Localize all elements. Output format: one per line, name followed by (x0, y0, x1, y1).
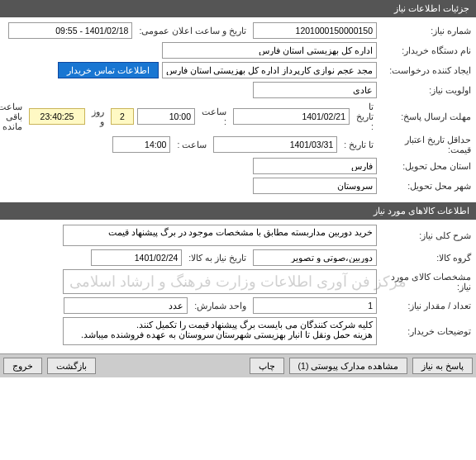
label-deliver-prov: استان محل تحویل: (380, 161, 471, 171)
label-desc: شرح کلی نیاز: (380, 230, 471, 240)
label-need-date: تاریخ نیاز به کالا: (185, 253, 250, 263)
priority-input[interactable] (253, 82, 377, 98)
buyer-contact-button[interactable]: اطلاعات تماس خریدار (58, 62, 159, 78)
label-spec: مشخصات کالای مورد نیاز: (380, 272, 471, 292)
exit-button[interactable]: خروج (3, 358, 42, 374)
deliver-prov-input[interactable] (253, 158, 377, 174)
label-group: گروه کالا: (380, 253, 471, 263)
back-button[interactable]: بازگشت (47, 358, 96, 374)
reply-time-input[interactable] (137, 108, 195, 125)
spec-textarea[interactable] (63, 269, 377, 294)
label-unit: واحد شمارش: (191, 301, 250, 311)
creator-input[interactable] (162, 62, 377, 78)
hours-left-input (29, 108, 85, 125)
label-hours-remain: ساعت باقی مانده (0, 102, 26, 131)
group-input[interactable] (253, 249, 377, 266)
buyer-input[interactable] (162, 42, 377, 59)
need-date-input[interactable] (91, 249, 182, 266)
qty-input[interactable] (253, 297, 377, 314)
label-need-no: شماره نیاز: (380, 26, 471, 36)
price-date-input[interactable] (213, 136, 337, 153)
label-price-valid: حداقل تاریخ اعتبار قیمت: (380, 135, 471, 154)
unit-input[interactable] (64, 297, 188, 314)
footer-bar: پاسخ به نیاز مشاهده مدارک پیوستی (1) چاپ… (0, 353, 476, 377)
price-time-input[interactable] (112, 136, 170, 153)
label-announce: تاریخ و ساعت اعلان عمومی: (136, 26, 250, 36)
label-to-date-2: تا تاریخ : (340, 140, 377, 149)
reply-date-input[interactable] (233, 108, 350, 125)
announce-input[interactable] (8, 22, 132, 39)
label-buyer: نام دستگاه خریدار: (380, 45, 471, 55)
label-deliver-city: شهر محل تحویل: (380, 181, 471, 191)
form-items: شرح کلی نیاز: گروه کالا: تاریخ نیاز به ک… (0, 220, 476, 353)
label-days-and: روز و (88, 107, 107, 126)
reply-button[interactable]: پاسخ به نیاز (412, 358, 473, 374)
attachments-button[interactable]: مشاهده مدارک پیوستی (1) (289, 358, 408, 374)
label-reply-deadline: مهلت ارسال پاسخ: (380, 111, 471, 121)
days-left-input (111, 108, 134, 125)
label-creator: ایجاد کننده درخواست: (380, 65, 471, 75)
section-header-items: اطلاعات کالاهای مورد نیاز (0, 202, 476, 220)
label-time-2: ساعت : (174, 140, 210, 149)
section-header-need-details: جزئیات اطلاعات نیاز (0, 0, 476, 17)
print-button[interactable]: چاپ (250, 358, 284, 374)
desc-textarea[interactable] (63, 225, 377, 246)
label-to-date-1: تا تاریخ : (353, 102, 377, 131)
deliver-city-input[interactable] (253, 178, 377, 194)
label-buyer-notes: توضیحات خریدار: (380, 326, 471, 336)
need-no-input[interactable] (253, 22, 377, 39)
buyer-notes-textarea[interactable] (63, 317, 377, 345)
label-priority: اولویت نیاز: (380, 85, 471, 95)
label-qty: تعداد / مقدار نیاز: (380, 301, 471, 311)
label-time-1: ساعت : (198, 107, 230, 126)
form-need-details: شماره نیاز: تاریخ و ساعت اعلان عمومی: نا… (0, 17, 476, 202)
